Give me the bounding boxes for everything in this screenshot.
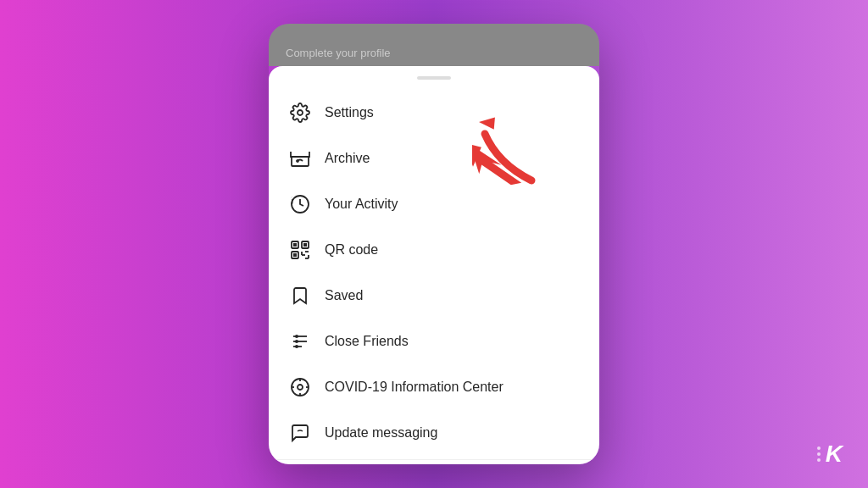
dot-1 [817, 446, 821, 450]
watermark-dots [817, 446, 821, 462]
archive-icon [289, 147, 311, 169]
menu-item-your-activity[interactable]: Your Activity [269, 181, 599, 227]
menu-item-covid[interactable]: COVID-19 Information Center [269, 364, 599, 410]
svg-point-0 [298, 110, 303, 115]
dot-2 [817, 452, 821, 456]
svg-point-18 [295, 340, 298, 343]
close-friends-label: Close Friends [325, 334, 409, 349]
covid-icon [289, 376, 311, 398]
svg-point-19 [295, 345, 298, 348]
svg-rect-7 [303, 243, 307, 247]
menu-item-update-messaging[interactable]: Update messaging [269, 410, 599, 456]
qr-icon [289, 239, 311, 261]
menu-item-saved[interactable]: Saved [269, 273, 599, 319]
phone-container: Complete your profile Settings [269, 24, 599, 464]
menu-item-archive[interactable]: Archive [269, 136, 599, 181]
drag-handle[interactable] [417, 76, 451, 80]
settings-icon [289, 102, 311, 124]
dot-3 [817, 458, 821, 462]
bottom-nav: ||| ○ < [269, 459, 599, 464]
close-friends-icon [289, 330, 311, 352]
messaging-icon [289, 422, 311, 444]
svg-rect-6 [293, 243, 297, 247]
svg-point-17 [295, 335, 298, 338]
svg-rect-8 [293, 253, 297, 257]
watermark: K [817, 441, 843, 468]
svg-point-21 [298, 385, 303, 390]
activity-icon [289, 193, 311, 215]
settings-label: Settings [325, 105, 374, 120]
menu-item-close-friends[interactable]: Close Friends [269, 319, 599, 364]
menu-list: Settings Archive [269, 86, 599, 459]
watermark-letter: K [826, 441, 843, 468]
phone-top-bar: Complete your profile [269, 24, 599, 66]
menu-item-settings[interactable]: Settings [269, 90, 599, 136]
top-bar-text: Complete your profile [286, 47, 391, 59]
bottom-sheet: Settings Archive [269, 66, 599, 464]
qr-code-label: QR code [325, 242, 378, 258]
update-messaging-label: Update messaging [325, 425, 437, 441]
covid-label: COVID-19 Information Center [325, 380, 504, 395]
your-activity-label: Your Activity [325, 197, 398, 212]
saved-icon [289, 285, 311, 307]
archive-label: Archive [325, 151, 370, 166]
menu-item-qr-code[interactable]: QR code [269, 227, 599, 273]
saved-label: Saved [325, 288, 363, 303]
